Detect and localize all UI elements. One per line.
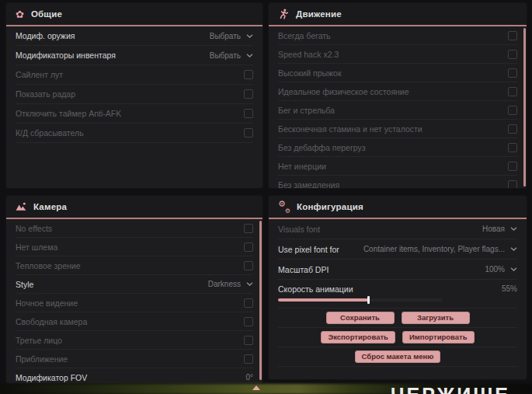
- setting-row: Бег и стрельба: [278, 101, 517, 120]
- setting-label: Идеальное физическое состояние: [278, 87, 409, 96]
- setting-row: Модификатор FOV0°: [16, 368, 253, 383]
- panel-general: ✿ Общие Модиф. оружияВыбратьМодификаторы…: [6, 3, 263, 188]
- checkbox[interactable]: [508, 162, 517, 171]
- checkbox[interactable]: [244, 224, 253, 233]
- checkbox[interactable]: [508, 143, 517, 152]
- action-button[interactable]: Загрузить: [402, 312, 470, 324]
- scrollbar[interactable]: [259, 221, 262, 380]
- panel-header: Движение: [269, 3, 527, 26]
- checkbox[interactable]: [244, 70, 253, 79]
- checkbox[interactable]: [508, 106, 517, 115]
- scrollbar[interactable]: [523, 28, 526, 187]
- checkbox[interactable]: [244, 89, 253, 99]
- setting-row: Бесконечная стамина и нет усталости: [278, 120, 517, 138]
- dropdown-value[interactable]: 100%: [485, 265, 505, 274]
- checkbox[interactable]: [244, 242, 253, 252]
- settings-list: Модиф. оружияВыбратьМодификаторы инвента…: [6, 26, 263, 143]
- checkbox[interactable]: [508, 180, 517, 189]
- chevron-down-icon[interactable]: [246, 34, 253, 38]
- checkbox[interactable]: [508, 87, 517, 96]
- button-row: СохранитьЗагрузить: [278, 309, 517, 328]
- checkbox[interactable]: [508, 50, 517, 59]
- setting-label: No effects: [16, 224, 52, 233]
- setting-row: Идеальное физическое состояние: [278, 82, 517, 101]
- chevron-down-icon[interactable]: [510, 267, 517, 271]
- setting-row: Нет инерции: [278, 157, 517, 176]
- setting-label: Без замедления: [278, 180, 339, 189]
- setting-label: Тепловое зрение: [16, 261, 81, 270]
- slider-value: 55%: [502, 284, 517, 293]
- action-button[interactable]: Экспортировать: [321, 331, 395, 343]
- checkbox[interactable]: [508, 124, 517, 134]
- flower-icon: ✿: [16, 9, 24, 19]
- slider-track[interactable]: [278, 298, 443, 302]
- settings-list: Visuals fontНоваяUse pixel font forConta…: [269, 219, 527, 367]
- setting-label: Третье лицо: [16, 336, 62, 345]
- checkbox[interactable]: [244, 109, 253, 118]
- chevron-down-icon[interactable]: [246, 282, 253, 286]
- reset-menu-button[interactable]: Сброс макета меню: [355, 350, 441, 363]
- checkbox[interactable]: [244, 354, 253, 364]
- slider-handle[interactable]: [367, 296, 370, 304]
- setting-label: Модификатор FOV: [16, 373, 87, 382]
- setting-label: Высокий прыжок: [278, 68, 342, 78]
- setting-row: Модификаторы инвентаряВыбрать: [16, 46, 253, 65]
- dropdown-value[interactable]: Новая: [482, 225, 505, 233]
- setting-label: Без дебаффа перегруз: [278, 143, 366, 152]
- chevron-down-icon[interactable]: [246, 54, 253, 58]
- panel-movement: Движение Всегда бегатьSpeed hack x2.3Выс…: [269, 3, 527, 188]
- runner-icon: [278, 9, 289, 19]
- trainer-window: ✿ Общие Модиф. оружияВыбратьМодификаторы…: [0, 0, 532, 394]
- checkbox[interactable]: [508, 68, 517, 78]
- setting-label: Нет инерции: [278, 162, 326, 171]
- panel-title: Камера: [33, 202, 67, 211]
- setting-row: Скорость анимации55%: [278, 280, 517, 309]
- action-button[interactable]: Импортировать: [402, 331, 475, 343]
- setting-row: Отключить таймер Anti-AFK: [16, 104, 253, 124]
- setting-row: Модиф. оружияВыбрать: [16, 26, 253, 46]
- checkbox[interactable]: [244, 128, 253, 138]
- chevron-down-icon[interactable]: [510, 227, 517, 231]
- setting-row: Свободная камера: [16, 312, 253, 331]
- checkbox[interactable]: [244, 261, 253, 270]
- dropdown-value[interactable]: Container items, Inventory, Player flags…: [363, 245, 505, 253]
- setting-label: Отключить таймер Anti-AFK: [16, 109, 121, 118]
- scroll-up-indicator-icon: [252, 385, 260, 390]
- setting-label: Style: [16, 280, 33, 289]
- setting-label: Speed hack x2.3: [278, 50, 339, 59]
- setting-row: Без замедления: [278, 176, 517, 188]
- checkbox[interactable]: [244, 317, 253, 326]
- button-row: ЭкспортироватьИмпортировать: [278, 328, 517, 347]
- setting-row: Speed hack x2.3: [278, 45, 517, 64]
- panel-configuration: ⚙⚙ Конфигурация Visuals fontНоваяUse pix…: [269, 196, 527, 379]
- setting-row: Приближение: [16, 350, 253, 368]
- setting-row: Ночное видение: [16, 294, 253, 312]
- dropdown-value[interactable]: Darkness: [208, 280, 241, 288]
- panel-header: ⚙⚙ Конфигурация: [269, 196, 527, 219]
- gears-icon: ⚙⚙: [278, 201, 290, 212]
- panel-title: Общие: [31, 9, 62, 19]
- setting-label: Показать радар: [16, 89, 75, 99]
- setting-label: Бесконечная стамина и нет усталости: [278, 124, 422, 134]
- setting-row: Нет шлема: [16, 238, 253, 256]
- action-button[interactable]: Сохранить: [326, 312, 395, 324]
- slider-label-line: Модификатор FOV0°: [16, 371, 253, 383]
- setting-row: Третье лицо: [16, 331, 253, 350]
- checkbox[interactable]: [508, 31, 517, 40]
- slider-label-line: Скорость анимации55%: [278, 282, 517, 295]
- setting-label: Бег и стрельба: [278, 106, 335, 115]
- setting-label: Use pixel font for: [278, 245, 339, 254]
- chevron-down-icon[interactable]: [510, 247, 517, 251]
- checkbox[interactable]: [244, 336, 253, 345]
- settings-list: No effectsНет шлемаТепловое зрениеStyleD…: [6, 219, 263, 383]
- slider-value: 0°: [245, 373, 253, 382]
- mountains-icon: [16, 201, 26, 212]
- setting-label: Модиф. оружия: [16, 31, 75, 40]
- setting-row: Use pixel font forContainer items, Inven…: [278, 239, 517, 260]
- dropdown-value[interactable]: Выбрать: [210, 51, 241, 60]
- setting-label: К/Д сбрасыватель: [16, 128, 84, 138]
- setting-label: Масштаб DPI: [278, 265, 329, 274]
- dropdown-value[interactable]: Выбрать: [210, 32, 241, 40]
- setting-label: Приближение: [16, 354, 68, 364]
- checkbox[interactable]: [244, 298, 253, 308]
